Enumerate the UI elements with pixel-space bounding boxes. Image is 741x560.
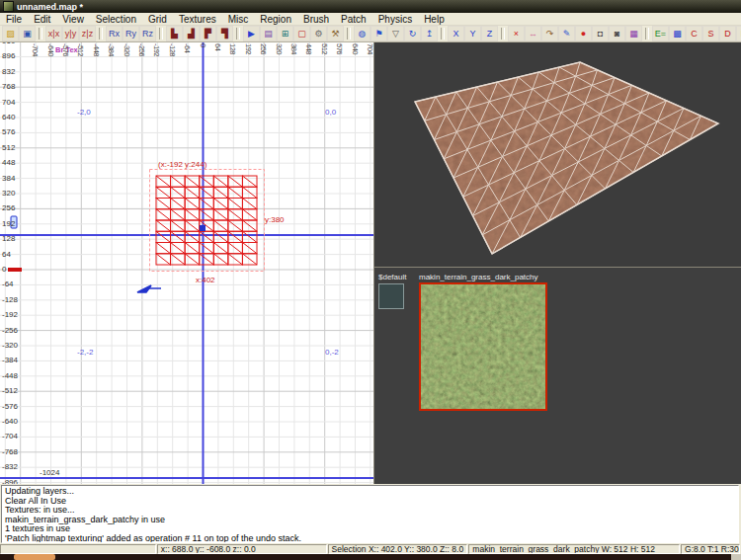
flip-z-button[interactable]: z|z xyxy=(79,26,96,41)
title-bar[interactable]: unnamed.map * xyxy=(0,0,741,13)
console-line: Clear All In Use xyxy=(5,497,735,507)
entity-eq-button[interactable]: E= xyxy=(652,26,669,41)
model-m-button[interactable]: M xyxy=(736,26,741,41)
ruler-top-label: -192 xyxy=(153,43,160,56)
page-tool-button[interactable]: ↥ xyxy=(421,26,438,41)
taskbar-button[interactable] xyxy=(14,554,55,560)
taskbar-strip xyxy=(0,554,741,560)
ruler-left-label: 256 xyxy=(2,204,15,212)
lock-textures-button[interactable]: ◙ xyxy=(609,26,625,41)
ruler-top-label: -256 xyxy=(138,43,145,56)
vertex-dot-button[interactable]: ● xyxy=(575,26,592,41)
ruler-top-label: 576 xyxy=(336,43,343,54)
status-panel-1: x:: 688.0 y:: -608.0 z:: 0.0 xyxy=(157,544,327,554)
menu-selection[interactable]: Selection xyxy=(90,13,142,26)
console-line: makin_terrain_grass_dark_patchy in use xyxy=(5,516,735,525)
ruler-left-label: -256 xyxy=(2,327,18,335)
save-file-button[interactable]: ▣ xyxy=(19,26,36,41)
rotate-free-button[interactable]: ↷ xyxy=(541,26,558,41)
curve-c-button[interactable]: C xyxy=(686,26,702,41)
curve-d-button[interactable]: D xyxy=(719,26,736,41)
ruler-left-label: 576 xyxy=(2,128,15,136)
status-panel-4: G:8.0 T:1 R:30 C:13 L:MR xyxy=(681,544,740,554)
grid-2d-canvas xyxy=(0,42,373,484)
menu-view[interactable]: View xyxy=(56,13,90,26)
texture-browser[interactable]: $default makin_terrain_grass_dark_patchy xyxy=(374,268,741,484)
rotate-z-button[interactable]: Rz xyxy=(139,26,156,41)
menu-region[interactable]: Region xyxy=(254,13,297,26)
app-icon xyxy=(3,1,14,12)
ruler-top-label: 320 xyxy=(276,43,283,54)
select-complete-tall-button[interactable]: ▙ xyxy=(166,26,183,41)
tool-hammer-button[interactable]: ⚒ xyxy=(327,26,344,41)
patch-origin-label: (x:-192 y:244) xyxy=(158,161,206,169)
ruler-top-label: -384 xyxy=(108,43,115,56)
ruler-top-label: 384 xyxy=(290,43,297,54)
delete-button[interactable]: × xyxy=(508,26,525,41)
ruler-left-label: 448 xyxy=(2,159,15,167)
patch-grid-button[interactable]: ⊞ xyxy=(277,26,293,41)
status-panel-3: makin_terrain_grass_dark_patchy W: 512 H… xyxy=(468,544,680,554)
pen-tool-button[interactable]: ✎ xyxy=(558,26,575,41)
toolbar: ▨▣x|xy|yz|zRxRyRz▙▟▛▜▶▤⊞▢⚙⚒◍⚑▽↻↥XYZ×↔↷✎●… xyxy=(0,26,741,42)
entity-pointer-button[interactable]: ▶ xyxy=(243,26,260,41)
ruler-top-label: 704 xyxy=(367,43,373,54)
toolbar-separator xyxy=(645,28,649,40)
tool-wrench-button[interactable]: ⚙ xyxy=(310,26,327,41)
flip-y-button[interactable]: y|y xyxy=(62,26,79,41)
clipboard-button[interactable]: ▤ xyxy=(260,26,277,41)
window-title: unnamed.map * xyxy=(17,2,83,12)
lock-moves-button[interactable]: ◘ xyxy=(592,26,609,41)
swap-arrows-button[interactable]: ↔ xyxy=(525,26,541,41)
ruler-left-label: 896 xyxy=(2,52,15,60)
toolbar-separator xyxy=(99,28,103,40)
ruler-top-label: -128 xyxy=(169,43,176,56)
ruler-left-label: -832 xyxy=(2,463,18,471)
ruler-top-label: 128 xyxy=(229,43,236,54)
menu-textures[interactable]: Textures xyxy=(173,13,222,26)
texture-tile-default[interactable] xyxy=(378,283,404,309)
ruler-top-label: 512 xyxy=(321,43,328,54)
refresh-models-button[interactable]: ↻ xyxy=(404,26,421,41)
camera-3d-view[interactable] xyxy=(374,42,741,267)
select-partial-tall-button[interactable]: ▛ xyxy=(200,26,216,41)
rotate-x-button[interactable]: Rx xyxy=(106,26,123,41)
menu-patch[interactable]: Patch xyxy=(335,13,372,26)
toolbar-separator xyxy=(347,28,351,40)
cubic-clip-button[interactable]: ▽ xyxy=(387,26,404,41)
menu-brush[interactable]: Brush xyxy=(297,13,335,26)
view-z-button[interactable]: Z xyxy=(481,26,498,41)
grid-2d-view[interactable]: Br Tex -1024 (x:-192 y:244) y:380 x:402 … xyxy=(0,42,373,484)
layers-grid-button[interactable]: ▩ xyxy=(669,26,686,41)
grid-block-label: -2,0 xyxy=(77,109,91,117)
rotate-y-button[interactable]: Ry xyxy=(123,26,139,41)
texture-mode-button[interactable]: ◍ xyxy=(354,26,370,41)
select-touching-button[interactable]: ▟ xyxy=(183,26,200,41)
tray-box xyxy=(731,554,741,560)
menu-misc[interactable]: Misc xyxy=(222,13,255,26)
region-box-button[interactable]: ▢ xyxy=(293,26,310,41)
ruler-left-label: 320 xyxy=(2,190,15,198)
ruler-top-label: 640 xyxy=(352,43,359,54)
ruler-zero-mark xyxy=(8,268,22,272)
patch-height-label: y:380 xyxy=(265,216,285,224)
open-file-button[interactable]: ▨ xyxy=(2,26,19,41)
select-inside-button[interactable]: ▜ xyxy=(216,26,233,41)
view-y-button[interactable]: Y xyxy=(464,26,481,41)
menu-edit[interactable]: Edit xyxy=(28,13,56,26)
menu-physics[interactable]: Physics xyxy=(372,13,418,26)
flip-x-button[interactable]: x|x xyxy=(45,26,62,41)
menu-file[interactable]: File xyxy=(0,13,28,26)
menu-help[interactable]: Help xyxy=(418,13,451,26)
ruler-left-label: 768 xyxy=(2,83,15,91)
console-output[interactable]: Updating layers...Clear All In UseTextur… xyxy=(1,485,739,543)
view-x-button[interactable]: X xyxy=(448,26,464,41)
ruler-left-label: 704 xyxy=(2,99,15,107)
ruler-left-label: -64 xyxy=(2,280,14,288)
curve-s-button[interactable]: S xyxy=(702,26,719,41)
ruler-left-label: 640 xyxy=(2,114,15,121)
texture-tile-grass-selected[interactable] xyxy=(419,282,547,411)
menu-grid[interactable]: Grid xyxy=(142,13,173,26)
entity-window-button[interactable]: ▦ xyxy=(625,26,642,41)
flag-view-button[interactable]: ⚑ xyxy=(370,26,387,41)
